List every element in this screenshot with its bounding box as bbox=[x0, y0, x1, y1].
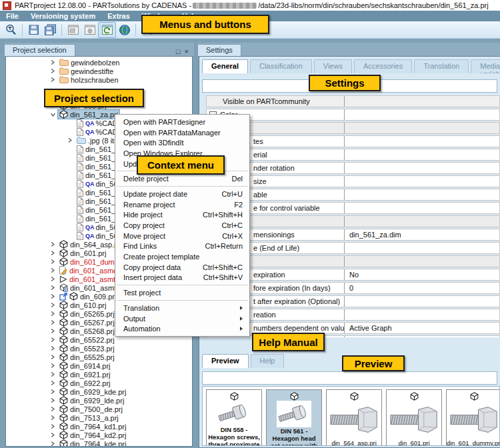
settings-row-e-end-of-life-[interactable]: e (End of Life) bbox=[206, 242, 500, 254]
save-all-icon[interactable] bbox=[42, 23, 59, 37]
chevron-right-icon[interactable] bbox=[50, 406, 58, 412]
close-panel-icon[interactable]: × bbox=[185, 48, 189, 55]
settings-row-value[interactable]: 0 bbox=[345, 283, 499, 293]
tree-item-holzschrauben[interactable]: holzschrauben bbox=[6, 75, 192, 84]
chevron-right-icon[interactable] bbox=[50, 432, 58, 438]
context-menu-item-translation[interactable]: Translation bbox=[115, 303, 249, 313]
chevron-right-icon[interactable] bbox=[50, 285, 58, 291]
menu-file[interactable]: File bbox=[0, 12, 25, 20]
context-menu-item-move-project[interactable]: Move projectCtrl+X bbox=[115, 231, 249, 241]
window-sync-icon[interactable] bbox=[98, 22, 116, 38]
chevron-right-icon[interactable] bbox=[50, 302, 58, 308]
tree-item-din-6921-prj[interactable]: din_6921.prj bbox=[6, 370, 192, 379]
settings-row-value[interactable]: Active Graph bbox=[345, 323, 499, 333]
settings-row-value[interactable] bbox=[345, 301, 499, 302]
search-part-icon[interactable] bbox=[3, 23, 19, 37]
settings-row-value[interactable] bbox=[345, 154, 499, 155]
chevron-right-icon[interactable] bbox=[50, 371, 58, 377]
tab-views[interactable]: Views bbox=[314, 59, 352, 73]
settings-row-value[interactable] bbox=[345, 221, 499, 222]
settings-row-color[interactable]: Color bbox=[206, 109, 500, 121]
chevron-right-icon[interactable] bbox=[50, 441, 58, 447]
tab-classification[interactable]: Classification bbox=[250, 59, 312, 73]
settings-row-able[interactable]: able bbox=[206, 189, 500, 201]
settings-row-expiration[interactable]: expirationNo bbox=[206, 269, 500, 281]
tab-media-variable[interactable]: Media variable bbox=[471, 59, 500, 73]
settings-row-erial[interactable]: erial bbox=[206, 149, 500, 161]
chevron-right-icon[interactable] bbox=[50, 293, 58, 299]
context-menu-item-test-project[interactable]: Test project bbox=[115, 287, 249, 298]
chevron-right-icon[interactable] bbox=[50, 259, 58, 265]
settings-row-reation[interactable]: reation bbox=[206, 309, 500, 321]
tab-preview[interactable]: Preview bbox=[202, 354, 249, 368]
context-menu-item-open-with-partdatamanager[interactable]: Open with PARTdataManager bbox=[115, 127, 249, 138]
context-menu-item-copy-project[interactable]: Copy projectCtrl+C bbox=[115, 220, 249, 231]
context-menu-item-delete-project[interactable]: Delete projectDel bbox=[115, 173, 249, 184]
settings-row-t-after-expiration-optional-[interactable]: t after expiration (Optional) bbox=[206, 295, 500, 307]
tree-item-din-7500-de-prj[interactable]: din_7500_de.prj bbox=[6, 405, 192, 413]
chevron-right-icon[interactable] bbox=[50, 241, 58, 247]
settings-row-value[interactable] bbox=[345, 141, 499, 142]
project-selection-panel-tab[interactable]: Project selection bbox=[4, 44, 75, 56]
settings-row-value[interactable] bbox=[345, 207, 499, 209]
settings-row-value[interactable] bbox=[345, 261, 499, 262]
window-settings-icon[interactable] bbox=[81, 23, 98, 37]
menu-versioning-system[interactable]: Versioning system bbox=[25, 12, 101, 20]
thumbnail-din-561-hexagon-head-set-screw[interactable]: DIN 561 - Hexagon head set screws with s… bbox=[266, 389, 322, 446]
tree-item-din-6929-lde-prj[interactable]: din_6929_lde.prj bbox=[6, 396, 192, 405]
chevron-right-icon[interactable] bbox=[50, 267, 58, 273]
settings-row-tes[interactable]: tes bbox=[206, 135, 500, 147]
thumbnail-din-601-dummy-prj[interactable]: din_601_dummy.prj bbox=[446, 389, 500, 446]
context-menu-item-update-project-date[interactable]: Update project dateCtrl+U bbox=[115, 189, 249, 199]
settings-row-value[interactable] bbox=[345, 114, 499, 115]
chevron-right-icon[interactable] bbox=[50, 354, 58, 360]
thumbnail-din-564-asp-prj[interactable]: din_564_asp.prj bbox=[326, 389, 382, 446]
context-menu-item-copy-project-data[interactable]: Copy project dataCtrl+Shift+C bbox=[115, 262, 249, 273]
tree-item-din-7964-kd2-prj[interactable]: din_7964_kd2.prj bbox=[6, 431, 192, 439]
tree-item-din-6929-kde-prj[interactable]: din_6929_kde.prj bbox=[6, 387, 192, 396]
thumbnail-din-558-hexagon-screws-thread-[interactable]: DIN 558 - Hexagon screws, thread proxima… bbox=[206, 389, 262, 446]
save-icon[interactable] bbox=[25, 23, 42, 37]
thumbnail-din-601-prj[interactable]: din_601.prj bbox=[386, 389, 442, 446]
chevron-right-icon[interactable] bbox=[50, 415, 58, 421]
settings-row-value[interactable] bbox=[345, 167, 499, 169]
tree-item-din-6914-prj[interactable]: din_6914.prj bbox=[6, 361, 192, 370]
tree-item-gewindebolzen[interactable]: gewindebolzen bbox=[6, 58, 192, 67]
settings-panel-tab[interactable]: Settings bbox=[197, 44, 241, 56]
context-menu-item-hide-project[interactable]: Hide projectCtrl+Shift+H bbox=[115, 210, 249, 221]
settings-row-size[interactable]: size bbox=[206, 175, 500, 187]
maximize-panel-icon[interactable]: □ bbox=[176, 48, 181, 55]
globe-icon[interactable] bbox=[116, 23, 133, 37]
tree-item-din-65523-prj[interactable]: din_65523.prj bbox=[6, 344, 192, 353]
chevron-right-icon[interactable] bbox=[50, 397, 58, 403]
chevron-right-icon[interactable] bbox=[50, 68, 58, 74]
settings-row-ywords[interactable]: ywords bbox=[206, 335, 500, 337]
settings-row-value[interactable] bbox=[345, 314, 499, 315]
tree-item-din-6922-prj[interactable]: din_6922.prj bbox=[6, 379, 192, 387]
chevron-right-icon[interactable] bbox=[50, 328, 58, 334]
settings-row-visible-on-partcommunity[interactable]: Visible on PARTcommunity bbox=[206, 95, 500, 107]
tree-item-din-7964-kde-prj[interactable]: din_7964_kde.prj bbox=[6, 439, 192, 447]
menu-extras[interactable]: Extras bbox=[101, 12, 136, 20]
settings-row-value[interactable] bbox=[345, 127, 499, 129]
context-menu-item-find-links[interactable]: Find LinksCtrl+Return bbox=[115, 241, 249, 252]
settings-row-value[interactable] bbox=[345, 101, 499, 102]
settings-row-value[interactable]: din_561_za.dim bbox=[345, 230, 499, 239]
chevron-right-icon[interactable] bbox=[50, 311, 58, 317]
settings-row-value[interactable]: No bbox=[345, 270, 499, 279]
tab-accessories[interactable]: Accessories bbox=[354, 59, 412, 73]
tree-item-gewindestifte[interactable]: gewindestifte bbox=[6, 67, 192, 75]
tab-help[interactable]: Help bbox=[251, 354, 285, 368]
settings-row-e-for-control-variable[interactable]: e for control variable bbox=[206, 202, 500, 214]
chevron-right-icon[interactable] bbox=[50, 337, 58, 343]
tab-general[interactable]: General bbox=[202, 59, 248, 73]
context-menu-item-output[interactable]: Output bbox=[115, 313, 249, 324]
settings-row-value[interactable] bbox=[345, 247, 499, 249]
window-image-icon[interactable] bbox=[65, 23, 81, 37]
chevron-right-icon[interactable] bbox=[50, 389, 58, 395]
tree-item-din-7964-kd1-prj[interactable]: din_7964_kd1.prj bbox=[6, 422, 192, 431]
settings-row-fore-expiration-in-days-[interactable]: fore expiration (In days)0 bbox=[206, 282, 500, 294]
chevron-right-icon[interactable] bbox=[67, 137, 75, 143]
settings-row-value[interactable] bbox=[345, 194, 499, 195]
settings-row-nder-rotation[interactable]: nder rotation bbox=[206, 162, 500, 174]
